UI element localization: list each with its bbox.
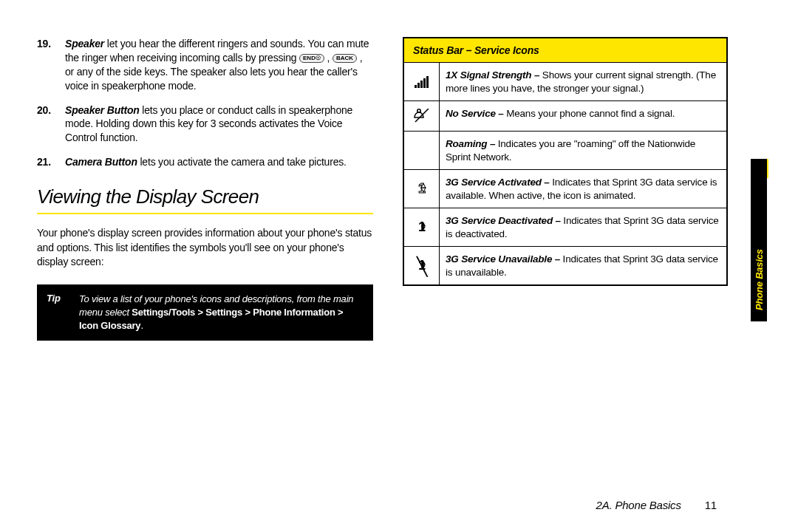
table-row: 1▲▼╲ 3G Service Unavailable – Indicates … — [404, 247, 726, 284]
three-g-active-icon: 1▲▼ — [404, 170, 440, 208]
signal-bars-icon — [404, 63, 440, 100]
service-icons-table: Status Bar – Service Icons 1X Signal Str… — [403, 37, 728, 286]
feature-list: 19. Speaker let you hear the different r… — [37, 37, 373, 169]
list-item-21: 21. Camera Button lets you activate the … — [65, 155, 373, 169]
no-service-icon — [404, 101, 440, 131]
row-desc: 3G Service Deactivated – Indicates that … — [440, 208, 726, 246]
side-tab-accent — [767, 159, 768, 178]
three-g-unavailable-icon: 1▲▼╲ — [404, 247, 440, 284]
term-camera-button: Camera Button — [65, 156, 137, 168]
list-item-20: 20. Speaker Button lets you place or con… — [65, 103, 373, 146]
table-row: No Service – Means your phone cannot fin… — [404, 101, 726, 132]
list-number: 20. — [37, 103, 51, 117]
row-desc: Roaming – Indicates you are "roaming" of… — [440, 132, 726, 169]
list-number: 19. — [37, 37, 51, 51]
text: , — [324, 52, 332, 64]
roaming-icon — [404, 132, 440, 169]
footer-section: 2A. Phone Basics — [596, 499, 681, 511]
tip-box: Tip To view a list of your phone's icons… — [37, 284, 373, 341]
intro-paragraph: Your phone's display screen provides inf… — [37, 226, 373, 270]
text: lets you activate the camera and take pi… — [137, 156, 347, 168]
term-speaker: Speaker — [65, 38, 104, 50]
tip-body: To view a list of your phone's icons and… — [79, 293, 364, 333]
left-column: 19. Speaker let you hear the different r… — [37, 37, 373, 341]
right-column: Status Bar – Service Icons 1X Signal Str… — [403, 37, 728, 341]
page-footer: 2A. Phone Basics 11 — [596, 499, 717, 511]
row-desc: 3G Service Activated – Indicates that Sp… — [440, 170, 726, 208]
term-speaker-button: Speaker Button — [65, 104, 140, 116]
tip-tail: . — [140, 320, 143, 331]
three-g-deactivated-icon: 1▲▼ — [404, 208, 440, 246]
section-heading: Viewing the Display Screen — [37, 185, 373, 208]
page-number: 11 — [705, 499, 717, 511]
table-header: Status Bar – Service Icons — [404, 38, 726, 63]
heading-underline — [37, 213, 373, 214]
end-key-icon: END☉ — [299, 54, 324, 63]
page-content: 19. Speaker let you hear the different r… — [0, 0, 798, 355]
table-row: Roaming – Indicates you are "roaming" of… — [404, 132, 726, 170]
list-item-19: 19. Speaker let you hear the different r… — [65, 37, 373, 93]
row-desc: 3G Service Unavailable – Indicates that … — [440, 247, 726, 284]
back-key-icon: BACK — [332, 54, 357, 63]
side-tab: Phone Basics — [751, 159, 767, 321]
side-tab-label: Phone Basics — [754, 249, 765, 310]
tip-label: Tip — [47, 293, 69, 333]
table-row: 1▲▼ 3G Service Activated – Indicates tha… — [404, 170, 726, 208]
list-number: 21. — [37, 155, 51, 169]
row-desc: No Service – Means your phone cannot fin… — [440, 101, 682, 131]
table-row: 1▲▼ 3G Service Deactivated – Indicates t… — [404, 208, 726, 247]
table-row: 1X Signal Strength – Shows your current … — [404, 63, 726, 101]
row-desc: 1X Signal Strength – Shows your current … — [440, 63, 726, 100]
